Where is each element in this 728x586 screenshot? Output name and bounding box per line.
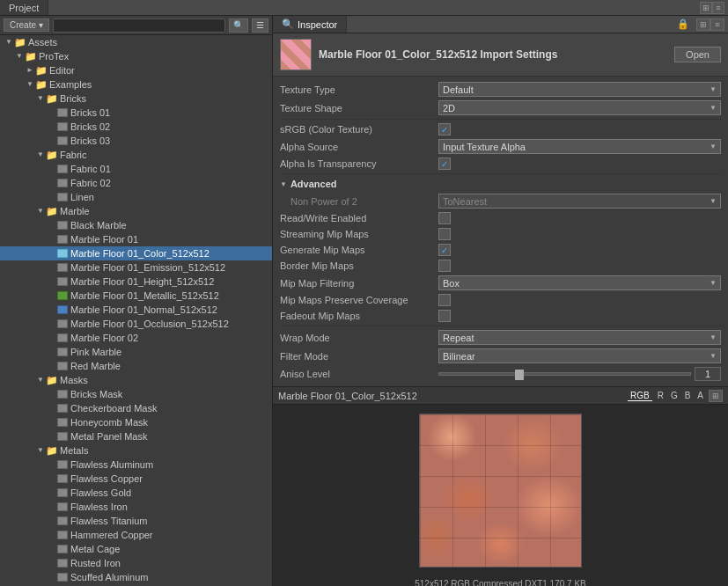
- inspector-menu-btn[interactable]: ≡: [710, 18, 724, 31]
- panel-lock-btn[interactable]: ⊞: [700, 2, 712, 14]
- alpha-transparency-checkbox[interactable]: [438, 157, 451, 170]
- tree-item-protex[interactable]: ▼📁ProTex: [0, 49, 272, 63]
- panel-menu-btn[interactable]: ≡: [712, 2, 724, 14]
- mip-map-filtering-dropdown[interactable]: Box ▼: [438, 275, 721, 290]
- streaming-mip-maps-row: Streaming Mip Maps: [280, 226, 721, 242]
- tree-item-pink-marble[interactable]: Pink Marble: [0, 345, 272, 359]
- tree-label-pink-marble: Pink Marble: [70, 345, 121, 359]
- file-icon-marble-floor01-normal: [56, 304, 69, 315]
- filter-mode-dropdown[interactable]: Bilinear ▼: [438, 348, 721, 363]
- tree-item-marble-floor01-emission[interactable]: Marble Floor 01_Emission_512x512: [0, 260, 272, 275]
- file-icon-black-marble: [56, 220, 69, 231]
- alpha-source-dropdown[interactable]: Input Texture Alpha ▼: [438, 139, 721, 154]
- tree-item-flawless-aluminum[interactable]: Flawless Aluminum: [0, 458, 272, 472]
- tree-item-editor[interactable]: ►📁Editor: [0, 63, 272, 77]
- project-tab[interactable]: Project: [0, 0, 48, 15]
- a-channel-btn[interactable]: A: [695, 391, 705, 400]
- tree-item-marble-floor01-normal[interactable]: Marble Floor 01_Normal_512x512: [0, 303, 272, 317]
- srgb-checkbox[interactable]: [438, 123, 451, 136]
- tree-item-marble-floor01-height[interactable]: Marble Floor 01_Height_512x512: [0, 275, 272, 289]
- generate-mip-maps-checkbox[interactable]: [438, 244, 451, 256]
- tree-arrow-assets: ▼: [4, 35, 14, 49]
- tree-item-fabric[interactable]: ▼📁Fabric: [0, 148, 272, 162]
- tree-label-linen: Linen: [70, 190, 94, 204]
- tree-item-linen[interactable]: Linen: [0, 190, 272, 204]
- r-channel-btn[interactable]: R: [656, 391, 665, 400]
- aniso-level-row: Aniso Level 1: [280, 365, 721, 383]
- tree-item-marble-floor01-metallic[interactable]: Marble Floor 01_Metallic_512x512: [0, 289, 272, 303]
- read-write-label: Read/Write Enabled: [280, 213, 438, 223]
- tree-item-black-marble[interactable]: Black Marble: [0, 218, 272, 232]
- folder-icon-examples: 📁: [35, 79, 48, 90]
- tree-item-flawless-titanium[interactable]: Flawless Titanium: [0, 514, 272, 528]
- open-button[interactable]: Open: [674, 47, 721, 62]
- inspector-layout-btn[interactable]: ⊞: [696, 18, 710, 31]
- tree-item-bricks01[interactable]: Bricks 01: [0, 106, 272, 120]
- filter-button[interactable]: ☰: [252, 18, 268, 33]
- file-icon-marble-floor01-metallic: [56, 290, 69, 301]
- tree-label-hammered-copper: Hammered Copper: [70, 528, 153, 542]
- wrap-mode-dropdown[interactable]: Repeat ▼: [438, 330, 721, 345]
- tree-label-fabric: Fabric: [60, 148, 87, 162]
- file-icon-fabric01: [56, 164, 69, 174]
- tree-item-fabric01[interactable]: Fabric 01: [0, 162, 272, 176]
- chevron-down-icon: ▼: [710, 104, 717, 112]
- tree-item-marble[interactable]: ▼📁Marble: [0, 204, 272, 218]
- tree-item-honeycomb-mask[interactable]: Honeycomb Mask: [0, 415, 272, 429]
- aniso-level-slider[interactable]: [438, 372, 691, 376]
- tree-item-rusted-iron[interactable]: Rusted Iron: [0, 556, 272, 570]
- tree-item-metal-cage[interactable]: Metal Cage: [0, 542, 272, 556]
- folder-icon-assets: 📁: [14, 37, 26, 48]
- rgb-channel-btn[interactable]: RGB: [628, 391, 652, 401]
- texture-shape-dropdown[interactable]: 2D ▼: [438, 100, 721, 115]
- tree-item-hammered-copper[interactable]: Hammered Copper: [0, 528, 272, 542]
- tree-item-scuffed-aluminum[interactable]: Scuffed Aluminum: [0, 570, 272, 584]
- inspector-tab[interactable]: 🔍 Inspector: [273, 16, 347, 33]
- file-icon-flawless-iron: [56, 502, 69, 512]
- tree-label-marble-floor01-color: Marble Floor 01_Color_512x512: [70, 246, 210, 260]
- tree-item-marble-floor02[interactable]: Marble Floor 02: [0, 331, 272, 345]
- streaming-mip-maps-checkbox[interactable]: [438, 228, 451, 240]
- file-icon-marble-floor02: [56, 333, 69, 343]
- tree-item-flawless-iron[interactable]: Flawless Iron: [0, 500, 272, 514]
- lock-button[interactable]: 🔒: [672, 16, 695, 33]
- tree-item-bricks-mask[interactable]: Bricks Mask: [0, 387, 272, 401]
- inspector-tab-icon: 🔍: [282, 18, 294, 30]
- file-icon-checkerboard-mask: [56, 403, 69, 414]
- srgb-label: sRGB (Color Texture): [280, 124, 438, 135]
- non-power-of-2-dropdown[interactable]: ToNearest ▼: [438, 194, 721, 209]
- tree-item-fabric02[interactable]: Fabric 02: [0, 176, 272, 190]
- fadeout-mip-maps-checkbox[interactable]: [438, 310, 451, 322]
- tree-item-flawless-copper[interactable]: Flawless Copper: [0, 472, 272, 486]
- tree-item-marble-floor01-occlusion[interactable]: Marble Floor 01_Occlusion_512x512: [0, 317, 272, 331]
- tree-item-metals[interactable]: ▼📁Metals: [0, 443, 272, 458]
- tree-item-examples[interactable]: ▼📁Examples: [0, 77, 272, 92]
- preview-settings-btn[interactable]: ⊞: [709, 390, 723, 402]
- b-channel-btn[interactable]: B: [683, 391, 693, 400]
- tree-item-marble-floor01[interactable]: Marble Floor 01: [0, 232, 272, 246]
- tree-item-bricks03[interactable]: Bricks 03: [0, 134, 272, 148]
- tree-item-marble-floor01-color[interactable]: Marble Floor 01_Color_512x512: [0, 246, 272, 260]
- tree-item-checkerboard-mask[interactable]: Checkerboard Mask: [0, 401, 272, 415]
- g-channel-btn[interactable]: G: [669, 391, 680, 400]
- tree-item-bricks02[interactable]: Bricks 02: [0, 120, 272, 134]
- search-button[interactable]: 🔍: [229, 18, 248, 33]
- search-input[interactable]: [53, 18, 225, 33]
- create-button[interactable]: Create ▾: [4, 18, 49, 32]
- border-mip-maps-checkbox[interactable]: [438, 260, 451, 272]
- aniso-level-value[interactable]: 1: [695, 367, 721, 381]
- tree-item-bricks[interactable]: ▼📁Bricks: [0, 92, 272, 106]
- tree-item-red-marble[interactable]: Red Marble: [0, 359, 272, 373]
- mip-maps-preserve-coverage-checkbox[interactable]: [438, 294, 451, 306]
- tree-item-assets[interactable]: ▼📁Assets: [0, 35, 272, 49]
- texture-preview: [419, 414, 582, 568]
- file-icon-metal-panel-mask: [56, 431, 69, 442]
- tree-item-flawless-gold[interactable]: Flawless Gold: [0, 486, 272, 500]
- preview-info: 512x512 RGB Compressed DXT1 170.7 KB: [273, 576, 728, 586]
- read-write-checkbox[interactable]: [438, 212, 451, 224]
- tree-item-metal-panel-mask[interactable]: Metal Panel Mask: [0, 429, 272, 443]
- advanced-section[interactable]: ▼ Advanced: [280, 176, 721, 192]
- file-icon-rusted-iron: [56, 558, 69, 568]
- texture-type-dropdown[interactable]: Default ▼: [438, 82, 721, 97]
- tree-item-masks[interactable]: ▼📁Masks: [0, 373, 272, 387]
